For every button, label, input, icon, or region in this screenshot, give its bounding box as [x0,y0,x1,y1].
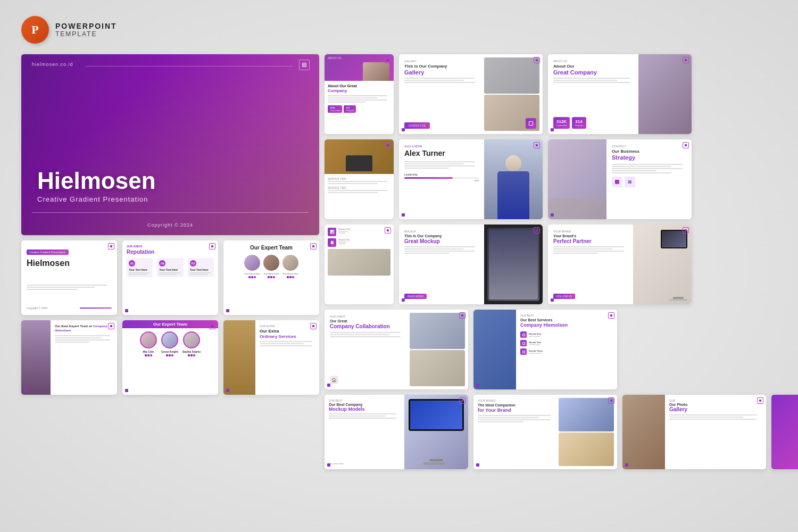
stat1-num: 312K [556,119,567,124]
slide-collaboration[interactable]: OUR GREAT Our Great Company Collaboratio… [325,310,468,389]
about-sm-accent: Company [328,88,390,93]
collab-title: Our Great [330,319,404,323]
gallery-accent: Gallery [404,69,479,76]
accent-dot4 [125,389,128,392]
photogal-accent: Gallery [669,406,762,412]
corner-gallery [534,57,540,63]
slide-expert-team2[interactable]: Our Expert Team Mia Cole [122,320,218,395]
slide-reputation[interactable]: OUR GREAT Reputation 01 Your Text Here [122,240,218,315]
main-slide[interactable]: hielmosen.co.id Hielmosen Creative Gradi… [21,54,319,235]
accent-dot2 [226,309,229,312]
corner-strategy [683,142,689,148]
about-co-title: About Our [553,64,633,69]
gallery-btn[interactable]: CONTACT US [404,122,430,129]
slide-extra-services[interactable]: OUR EXTRA Our Extra Ordinary Services [223,320,319,395]
main-copyright: Copyright © 2024 [21,222,319,228]
accent-dot-companion [476,463,479,467]
slide-alex-turner[interactable]: Alex & More Alex Turner Leadership [399,139,543,219]
bestserv-accent: Company Hiemolsen [520,322,613,328]
alex-label: Leadership [404,173,479,176]
member3: Your Name Here [282,272,298,275]
team2-title: Our Expert Team [122,322,218,327]
team2-m3: Sophia Adams [182,350,201,353]
team2-m2: Grace Knight [161,350,178,353]
corner-companion [608,397,614,404]
corner-gem [108,243,114,250]
partner-accent: Perfect Partner [553,238,628,244]
rep-item2: Your Text Here [159,268,181,271]
corner-collab-sm [385,227,391,234]
strategy-title: Our Business [612,149,686,154]
slide-best-service[interactable]: OUR BEST Our Best Services Company Hiemo… [473,310,617,389]
logo-main: POWERPOINT [55,22,117,30]
slide-gallery[interactable]: GALLERY This Is Our Company Gallery CONT… [399,54,543,134]
accent-dot-great-mockup [402,298,405,302]
content-area: hielmosen.co.id Hielmosen Creative Gradi… [21,54,777,469]
gallery-title: This Is Our Company [404,64,479,69]
accent-dot-partner [551,298,554,302]
accent-dot3 [24,389,27,392]
slide-photo-gallery[interactable]: OUR Our Photo Gallery [622,395,766,469]
slide-business-strategy[interactable]: STRATEGY Our Business Strategy [548,139,692,219]
corner-bestserv [608,312,614,319]
corner-about-sm [385,57,391,63]
about-sm-title: About Our Great [328,84,390,88]
corner-photogal [757,397,763,404]
slide-break[interactable]: Break Slide Let's Take A 10 Minutes Brea… [771,395,798,469]
slide-expert-team[interactable]: Our Expert Team Your Name Here [223,240,319,315]
models-title: Our Best Company [329,403,400,406]
slide-best-expert[interactable]: Our Best Expert Team at Company Hiemolse… [21,320,117,395]
extra-badge: OUR EXTRA [260,325,315,328]
team2-m1: Mia Cole [140,350,157,353]
accent-dot-models [327,463,330,467]
companion-title: The Ideal Companion [478,403,554,408]
main-domain: hielmosen.co.id [32,62,73,67]
extra-title: Our Extra Ordinary Services [260,329,315,339]
corner-about-co [683,57,689,63]
accent-dot-strategy [551,213,554,217]
logo-text: POWERPOINT TEMPLATE [55,22,117,38]
slide-mockup-models[interactable]: OUR BEST Our Best Company Mockup Models … [325,395,468,469]
accent-dot5 [226,389,229,392]
rep-title: Reputation [127,249,214,255]
gallery-badge: GALLERY [404,60,479,63]
slide-about-sm[interactable]: ABOUT US About Our Great Company 312KCus… [325,54,394,134]
member1: Your Name Here [244,272,260,275]
rep-item1: Your Text Here [129,268,151,271]
accent-dot-gallery [402,128,405,131]
slide-great-mockup[interactable]: MOCKUP This Is Our Company Great Mockup [399,225,543,304]
header: P POWERPOINT TEMPLATE [21,16,777,44]
corner-gem3 [310,243,317,250]
rep-item3: Your Text Here [190,268,212,271]
strategy-accent: Strategy [612,154,686,161]
corner-models [459,397,466,404]
mockup-accent: Great Mockup [404,238,479,244]
mockup-btn[interactable]: READ MORE [404,294,427,299]
corner-gem5 [209,323,215,329]
accent-dot-photogal [625,463,628,467]
accent-dot-collab [327,384,330,387]
accent-dot [125,309,128,312]
corner-gem2 [209,243,215,250]
rep-badge: OUR GREAT [127,245,214,248]
slide-hielmosen2[interactable]: Creative Gradient Presentation Hielmosen [21,240,117,315]
slide-about-company[interactable]: ABOUT US About Our Great Company [548,54,692,134]
powerpoint-logo: P [21,16,49,44]
bestserv-title: Our Best Services [520,318,613,322]
best-expert-title: Our Best Expert Team at Company Hiemolse… [55,325,113,333]
slide-collab-sm[interactable]: 📊 Service One 📋 Service Two [325,225,394,304]
partner-btn[interactable]: FOLLOW US [553,294,575,299]
team-title: Our Expert Team [228,245,315,251]
slide-perfect-partner[interactable]: YOUR BRAND Your Brand's Perfect Partner [548,225,692,304]
corner-gem4 [108,323,114,329]
stat2-num: 314 [575,119,583,124]
accent-dot-alex [402,213,405,217]
about-co-accent: Great Company [553,69,633,76]
accent-dot-about-co [551,128,554,131]
slide-mockup-sm[interactable]: SERVICE TWO SERVICE TWO [325,139,394,219]
models-accent: Mockup Models [329,406,400,412]
accent-dot-bestserv [476,384,479,387]
slide-ideal-companion[interactable]: YOUR BRAND The Ideal Companion for Your … [473,395,617,469]
photogal-title: Our Photo [669,403,762,406]
badge: Creative Gradient Presentation [27,250,69,255]
